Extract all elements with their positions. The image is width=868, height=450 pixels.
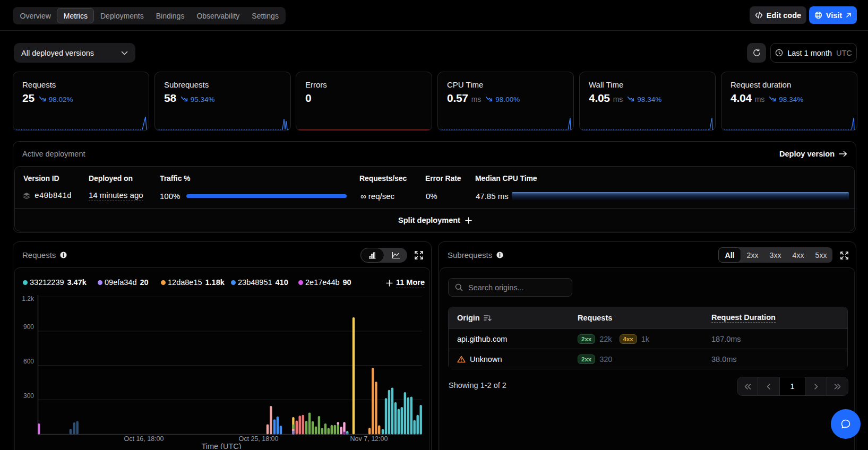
svg-text:900: 900	[23, 323, 34, 331]
svg-text:300: 300	[23, 392, 34, 400]
svg-text:Oct 25, 18:00: Oct 25, 18:00	[238, 435, 278, 443]
svg-text:Time (UTC): Time (UTC)	[201, 442, 241, 449]
svg-text:1.2k: 1.2k	[22, 295, 35, 302]
svg-text:Oct 16, 18:00: Oct 16, 18:00	[124, 435, 164, 443]
svg-text:600: 600	[23, 358, 34, 365]
svg-text:Nov 7, 12:00: Nov 7, 12:00	[350, 435, 388, 443]
